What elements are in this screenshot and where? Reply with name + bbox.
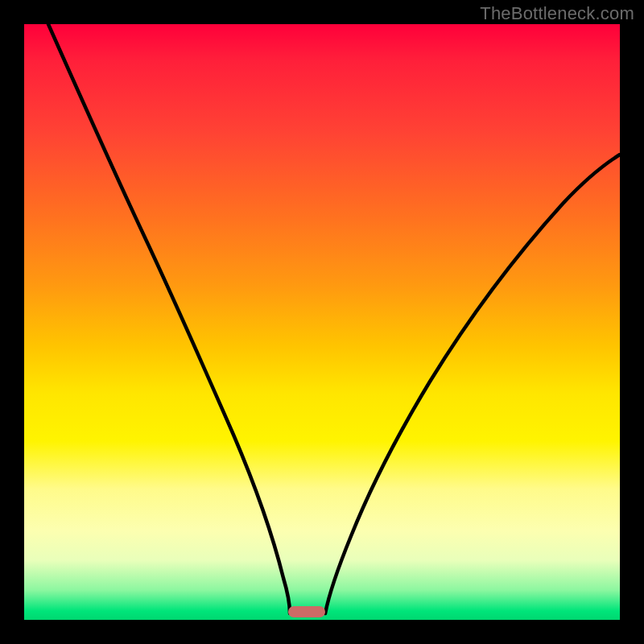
left-curve bbox=[48, 24, 290, 613]
curves-svg bbox=[24, 24, 620, 620]
plot-area bbox=[24, 24, 620, 620]
chart-frame: TheBottleneck.com bbox=[0, 0, 644, 644]
right-curve bbox=[325, 155, 620, 613]
bottleneck-marker bbox=[288, 606, 325, 617]
watermark-text: TheBottleneck.com bbox=[480, 3, 634, 24]
